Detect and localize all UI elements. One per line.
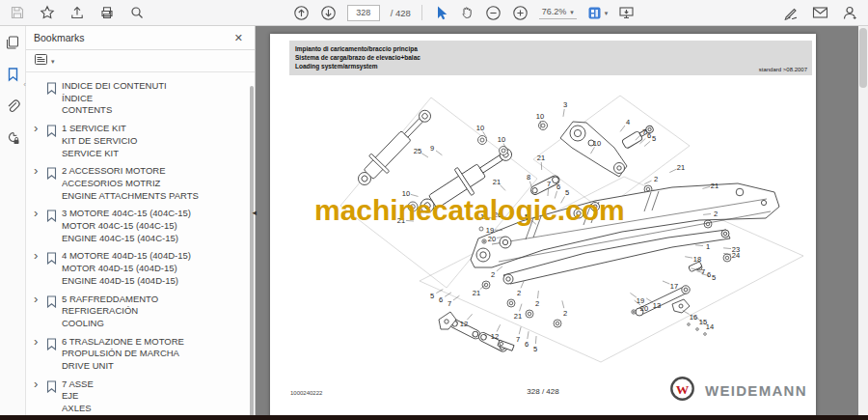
diagram-callout: 2	[714, 210, 718, 218]
page-thumbnails-button[interactable]	[4, 36, 21, 53]
page-view-icon	[587, 6, 602, 20]
paperclip-icon	[5, 98, 20, 118]
star-icon	[40, 5, 55, 20]
signatures-button[interactable]	[4, 131, 21, 149]
bookmark-label-line: AXLES	[62, 403, 245, 415]
person-icon	[842, 5, 858, 21]
diagram-callout: 2	[535, 299, 539, 308]
envelope-icon	[812, 6, 828, 19]
document-scrollbar[interactable]	[858, 26, 868, 420]
expand-chevron-icon[interactable]: ›	[34, 250, 46, 287]
diagram-callout: 25	[414, 147, 421, 155]
close-panel-button[interactable]: ✕	[231, 30, 247, 46]
expand-chevron-icon[interactable]: ›	[34, 294, 46, 330]
expand-chevron-icon[interactable]: ›	[34, 336, 46, 373]
diagram-callout: 21	[514, 312, 522, 321]
diagram-callout: 6	[707, 270, 711, 279]
share-upload-icon	[69, 5, 85, 20]
share-button[interactable]	[69, 5, 85, 20]
bookmark-label-line: 3 MOTORE 404C-15 (404C-15)	[62, 208, 245, 220]
bookmark-item[interactable]: ›4 MOTORE 404D-15 (404D-15)MOTOR 404D-15…	[34, 250, 245, 287]
minus-circle-icon	[485, 5, 502, 21]
print-button[interactable]	[99, 5, 115, 20]
bookmark-icon	[46, 80, 62, 117]
page-up-button[interactable]	[293, 5, 310, 21]
page-down-button[interactable]	[320, 5, 337, 21]
account-button[interactable]	[842, 5, 858, 21]
bookmark-icon	[46, 378, 62, 415]
edition-label: standard >08.2007	[759, 67, 807, 72]
bookmark-label-line: 4 MOTORE 404D-15 (404D-15)	[62, 250, 245, 263]
zoom-level-value: 76.2%	[542, 7, 567, 16]
cursor-icon	[433, 5, 448, 20]
bookmark-label-line: REFRIGERACIÓN	[62, 305, 245, 318]
save-button[interactable]	[10, 5, 25, 20]
attachments-button[interactable]	[4, 99, 21, 117]
panel-collapse-handle[interactable]: ◂	[252, 208, 257, 217]
pages-icon	[5, 35, 20, 54]
page-total-label: / 428	[391, 8, 411, 18]
bookmark-item[interactable]: ›2 ACCESSORI MOTOREACCESORIOS MOTRIZENGI…	[34, 165, 245, 202]
diagram-callout: 21	[493, 178, 501, 186]
diagram-callout: 2	[517, 289, 521, 297]
zoom-out-button[interactable]	[485, 5, 502, 21]
bookmark-item[interactable]: ›1 SERVICE KITKIT DE SERVICIOSERVICE KIT	[34, 123, 245, 159]
bookmark-options-button[interactable]: ▾	[34, 52, 55, 70]
expand-chevron-icon[interactable]: ›	[34, 123, 46, 159]
favorites-star-button[interactable]	[40, 5, 55, 20]
toolbar: / 428 76.2% ▾ ▾	[0, 0, 868, 26]
presentation-mode-button[interactable]	[618, 5, 635, 20]
search-button[interactable]	[129, 5, 145, 20]
bookmark-item[interactable]: ›7 ASSEEJEAXLES	[34, 378, 245, 415]
bookmark-icon	[46, 165, 62, 202]
select-tool-button[interactable]	[433, 5, 448, 20]
bookmark-item[interactable]: ›6 TRASLAZIONE E MOTOREPROPULSIÓN DE MAR…	[34, 336, 245, 373]
bookmark-label-line: MOTOR 404D-15 (404D-15)	[62, 263, 245, 275]
expand-chevron-icon[interactable]: ›	[34, 208, 46, 244]
diagram-callout: 7	[547, 180, 551, 188]
floppy-icon	[10, 5, 25, 20]
page-number-input[interactable]	[347, 5, 380, 21]
diagram-callout: 10	[498, 135, 505, 144]
diagram-callout: 17	[670, 282, 678, 291]
sign-button[interactable]	[783, 5, 799, 20]
zoom-level-dropdown[interactable]: 76.2% ▾	[539, 6, 577, 19]
bookmark-label-line: INDICE DEI CONTENUTI	[62, 80, 245, 93]
zoom-in-button[interactable]	[512, 5, 529, 21]
toolbar-divider	[421, 5, 422, 20]
document-scrollbar-thumb[interactable]	[859, 28, 867, 88]
diagram-callout: 21	[677, 163, 685, 172]
bookmark-icon	[46, 336, 62, 373]
panel-title: Bookmarks	[34, 32, 231, 43]
arrow-down-circle-icon	[320, 5, 337, 21]
bookmark-item[interactable]: ›3 MOTORE 404C-15 (404C-15)MOTOR 404C-15…	[34, 208, 245, 244]
expand-chevron-icon[interactable]: ›	[34, 165, 46, 202]
bookmark-icon	[46, 208, 62, 244]
diagram-callout: 2	[654, 175, 658, 183]
bookmarks-tab-button[interactable]	[4, 68, 21, 85]
bookmark-item[interactable]: ›5 RAFFREDDAMENTOREFRIGERACIÓNCOOLING	[34, 294, 245, 330]
panel-scrollbar[interactable]	[250, 86, 254, 417]
print-icon	[99, 5, 115, 20]
diagram-callout: 6	[556, 182, 560, 191]
diagram-callout: 5	[652, 134, 656, 143]
page-view-dropdown[interactable]: ▾	[587, 6, 609, 20]
pdf-page: Impianto di caricamento/braccio principa…	[270, 34, 816, 420]
hand-tool-button[interactable]	[459, 5, 475, 20]
bookmark-item[interactable]: INDICE DEI CONTENUTIÍNDICECONTENTS	[34, 80, 245, 117]
hand-icon	[459, 5, 475, 20]
no-chevron	[34, 80, 46, 117]
navigation-pane-strip: ‹	[0, 26, 26, 420]
diagram-callout: 21	[537, 154, 545, 162]
diagram-callout: 1	[706, 242, 710, 251]
brand-logo-block: W WEIDEMANN	[669, 376, 807, 406]
plus-circle-icon	[512, 5, 529, 21]
bookmark-icon	[46, 250, 62, 287]
bookmark-label-line: 2 ACCESSORI MOTORE	[62, 165, 245, 178]
email-button[interactable]	[812, 6, 828, 19]
close-icon: ✕	[234, 32, 243, 43]
expand-chevron-icon[interactable]: ›	[34, 378, 46, 415]
screen-bottom-edge	[0, 415, 868, 420]
diagram-callout: 5	[533, 345, 537, 353]
bookmark-label-line: KIT DE SERVICIO	[62, 135, 245, 148]
